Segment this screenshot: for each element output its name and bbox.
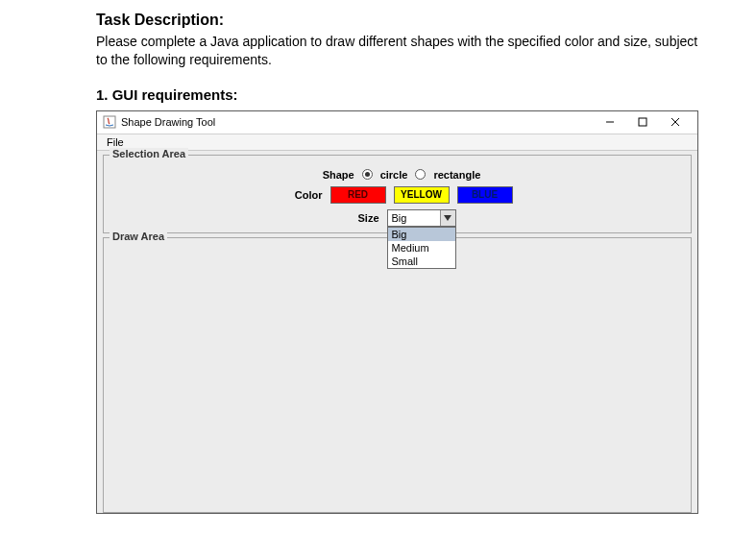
svg-rect-2 bbox=[639, 118, 646, 126]
radio-circle[interactable] bbox=[362, 169, 373, 180]
selection-area-panel: Selection Area Shape circle rectangle Co… bbox=[103, 155, 692, 233]
selection-area-legend: Selection Area bbox=[110, 148, 188, 159]
close-button[interactable] bbox=[659, 111, 692, 133]
app-window: Shape Drawing Tool File Selection Area S… bbox=[96, 110, 698, 514]
draw-area-legend: Draw Area bbox=[110, 231, 167, 242]
maximize-button[interactable] bbox=[626, 111, 659, 133]
task-description: Please complete a Java application to dr… bbox=[96, 33, 698, 69]
size-option-big[interactable]: Big bbox=[388, 228, 455, 241]
size-option-medium[interactable]: Medium bbox=[388, 241, 455, 255]
size-option-small[interactable]: Small bbox=[388, 255, 455, 268]
chevron-down-icon[interactable] bbox=[440, 210, 455, 226]
titlebar: Shape Drawing Tool bbox=[97, 111, 697, 134]
svg-marker-5 bbox=[444, 215, 451, 221]
color-button-red[interactable]: RED bbox=[330, 186, 386, 204]
color-button-blue[interactable]: BLUE bbox=[457, 186, 513, 204]
size-label: Size bbox=[339, 212, 379, 224]
radio-rectangle[interactable] bbox=[415, 169, 426, 180]
gui-requirements-heading: 1. GUI requirements: bbox=[96, 86, 698, 103]
task-heading: Task Description: bbox=[96, 12, 698, 29]
shape-label: Shape bbox=[314, 169, 354, 181]
java-app-icon bbox=[103, 115, 116, 129]
shape-row: Shape circle rectangle bbox=[314, 169, 481, 181]
size-dropdown-list: Big Medium Small bbox=[387, 227, 456, 269]
size-combobox[interactable]: Big bbox=[387, 209, 456, 227]
color-button-yellow[interactable]: YELLOW bbox=[394, 186, 450, 204]
radio-rectangle-label: rectangle bbox=[433, 169, 480, 181]
color-row: Color RED YELLOW BLUE bbox=[282, 186, 513, 204]
window-title: Shape Drawing Tool bbox=[121, 116, 215, 128]
size-selected-value: Big bbox=[388, 210, 440, 226]
color-label: Color bbox=[282, 189, 323, 201]
draw-area-panel: Draw Area bbox=[103, 237, 692, 513]
size-row: Size Big Big Medium Small bbox=[339, 209, 456, 227]
minimize-button[interactable] bbox=[594, 111, 626, 133]
menu-file[interactable]: File bbox=[103, 135, 128, 149]
radio-circle-label: circle bbox=[380, 169, 408, 181]
